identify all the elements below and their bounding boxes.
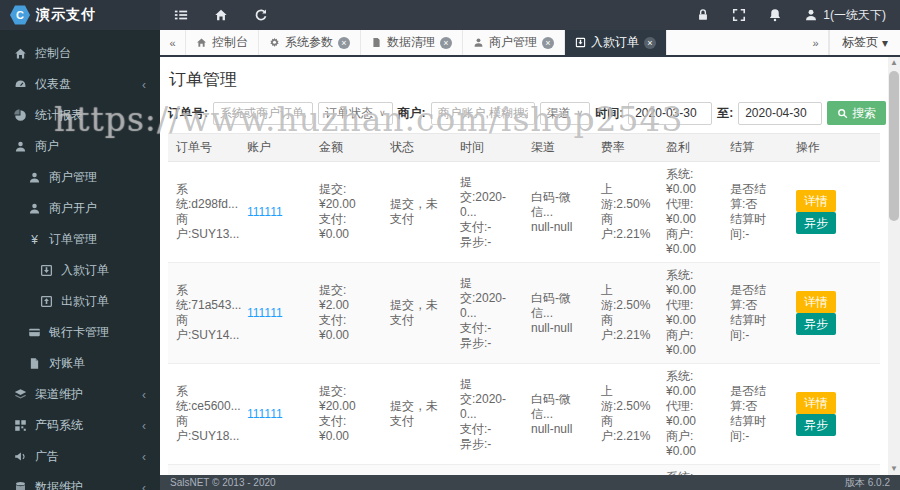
async-button[interactable]: 异步 xyxy=(796,212,836,234)
account-link[interactable]: 111111 xyxy=(247,407,283,421)
sidebar-item-bank-card[interactable]: 银行卡管理 xyxy=(0,317,160,348)
cell-status: 提交，未支付 xyxy=(382,465,452,476)
cell-amount: 提交:¥20.00 支付:¥0.00 xyxy=(311,364,382,465)
rate-merchant-text: 商户:2.21% xyxy=(601,212,650,242)
time-from-input[interactable] xyxy=(628,102,712,125)
account-link[interactable]: 111111 xyxy=(247,205,283,219)
tab-close-icon[interactable]: × xyxy=(338,37,350,49)
cell-order-no: 系统:71a543... 商户:SUY14... xyxy=(168,263,239,364)
account-link[interactable]: 111111 xyxy=(247,306,283,320)
scroll-up-icon[interactable]: ▲ xyxy=(888,57,900,69)
user-menu[interactable]: 1(一统天下) xyxy=(804,7,886,24)
sidebar-item-dashboard[interactable]: 仪表盘 ‹ xyxy=(0,69,160,100)
async-button[interactable]: 异步 xyxy=(796,414,836,436)
tab-system-params[interactable]: 系统参数 × xyxy=(259,30,361,55)
navbar-left-icons xyxy=(160,8,268,22)
cell-profit: 系统:¥0.00 代理:¥0.00 商户:¥0.00 xyxy=(658,162,722,263)
detail-button[interactable]: 详情 xyxy=(796,190,836,212)
sidebar-item-order-manage[interactable]: ¥ 订单管理 xyxy=(0,224,160,255)
profit-agent-text: 代理:¥0.00 xyxy=(666,197,714,227)
merchant-input[interactable] xyxy=(431,102,535,125)
time-pay-text: 支付:- xyxy=(460,321,515,336)
bank-card-icon xyxy=(28,326,41,339)
chevron-left-icon: ‹ xyxy=(142,450,146,464)
fullscreen-icon[interactable] xyxy=(732,8,746,22)
sidebar-item-console[interactable]: 控制台 xyxy=(0,38,160,69)
tab-bar-right: » 标签页 ▾ xyxy=(803,30,900,55)
sidebar-item-statement[interactable]: 对账单 xyxy=(0,348,160,379)
chevron-left-icon: ‹ xyxy=(142,388,146,402)
tab-label: 控制台 xyxy=(212,34,248,51)
order-status-select[interactable]: 订单状态 ∨ xyxy=(318,102,393,125)
cell-profit: 系统:¥0.00 代理:¥0.00 商户:¥0.00 xyxy=(658,263,722,364)
cell-order-no: 系统:d298fd... 商户:SUY13... xyxy=(168,162,239,263)
sidebar-item-incoming-orders[interactable]: 入款订单 xyxy=(0,255,160,286)
tab-console[interactable]: 控制台 xyxy=(186,30,259,55)
tabs-dropdown[interactable]: 标签页 ▾ xyxy=(829,30,900,55)
layers-icon xyxy=(14,388,27,401)
sidebar-item-ads[interactable]: 广告 ‹ xyxy=(0,441,160,472)
sidebar-item-qrcode-system[interactable]: 产码系统 ‹ xyxy=(0,410,160,441)
sidebar-item-merchant[interactable]: 商户 xyxy=(0,131,160,162)
sidebar-toggle-icon[interactable] xyxy=(174,8,188,22)
tab-close-icon[interactable]: × xyxy=(644,37,656,49)
scroll-down-icon[interactable]: ▼ xyxy=(888,463,900,475)
order-table-body: 系统:d298fd... 商户:SUY13... 111111 提交:¥20.0… xyxy=(168,162,880,476)
amount-paid-text: 支付:¥0.00 xyxy=(319,313,374,343)
lock-icon[interactable] xyxy=(696,8,710,22)
footer: SalsNET © 2013 - 2020 版本 6.0.2 xyxy=(160,475,900,490)
sidebar-item-label: 商户管理 xyxy=(49,169,97,186)
tab-close-icon[interactable]: × xyxy=(440,37,452,49)
home-icon[interactable] xyxy=(214,8,228,22)
cell-account: 111111 xyxy=(239,364,311,465)
tabs-scroll-left-icon[interactable]: « xyxy=(160,30,186,55)
document-icon xyxy=(28,357,41,370)
sidebar-item-label: 商户 xyxy=(35,138,59,155)
sidebar-item-data-maintain[interactable]: 数据维护 ‹ xyxy=(0,472,160,490)
sidebar-item-merchant-open[interactable]: 商户开户 xyxy=(0,193,160,224)
channel-name-text: 白码-微信... xyxy=(531,190,585,220)
rate-upstream-text: 上游:2.50% xyxy=(601,384,650,414)
cell-account: 111111 xyxy=(239,263,311,364)
scrollbar-thumb[interactable] xyxy=(889,71,899,221)
channel-select[interactable]: 渠道 ∨ xyxy=(540,102,591,125)
order-mch-text: 商户:SUY18... xyxy=(176,414,231,444)
col-settle: 结算 xyxy=(722,134,788,162)
database-icon xyxy=(14,481,27,490)
tab-data-clean[interactable]: 数据清理 × xyxy=(361,30,463,55)
bell-icon[interactable] xyxy=(768,8,782,22)
sidebar-item-channel-maintain[interactable]: 渠道维护 ‹ xyxy=(0,379,160,410)
sidebar-item-merchant-manage[interactable]: 商户管理 xyxy=(0,162,160,193)
order-status-value: 订单状态 xyxy=(325,105,373,122)
cell-time: 提交:2020-0... 支付:- 异步:- xyxy=(452,162,523,263)
outgoing-order-icon xyxy=(40,295,53,308)
search-button[interactable]: 搜索 xyxy=(827,101,886,125)
top-navbar: C 演示支付 1(一统天下) xyxy=(0,0,900,30)
tab-merchant-manage[interactable]: 商户管理 × xyxy=(463,30,565,55)
sidebar-item-statistics[interactable]: 统计报表 xyxy=(0,100,160,131)
settle-time-text: 结算时间:- xyxy=(730,313,780,343)
order-no-input[interactable] xyxy=(213,102,313,125)
chevron-left-icon: ‹ xyxy=(142,481,146,490)
settle-time-text: 结算时间:- xyxy=(730,414,780,444)
tab-incoming-orders[interactable]: 入款订单 × xyxy=(565,30,667,55)
table-row: 系统:d298fd... 商户:SUY13... 111111 提交:¥20.0… xyxy=(168,162,880,263)
cell-amount: 提交:¥20.00 支付:¥0.00 xyxy=(311,162,382,263)
detail-button[interactable]: 详情 xyxy=(796,291,836,313)
vertical-scrollbar[interactable]: ▲ ▼ xyxy=(888,57,900,475)
col-order-no: 订单号 xyxy=(168,134,239,162)
time-to-input[interactable] xyxy=(738,102,822,125)
search-button-label: 搜索 xyxy=(852,105,876,122)
cell-rate: 上游:2.50% 商户:2.21% xyxy=(593,364,658,465)
detail-button[interactable]: 详情 xyxy=(796,392,836,414)
cell-channel: 白码-微信... null-null xyxy=(523,263,593,364)
async-button[interactable]: 异步 xyxy=(796,313,836,335)
brand-title: 演示支付 xyxy=(36,6,96,24)
table-row: 系统:71a543... 商户:SUY14... 111111 提交:¥2.00… xyxy=(168,263,880,364)
qr-code-icon xyxy=(14,419,27,432)
time-async-text: 异步:- xyxy=(460,235,515,250)
tab-close-icon[interactable]: × xyxy=(542,37,554,49)
tabs-scroll-right-icon[interactable]: » xyxy=(803,30,829,55)
sidebar-item-outgoing-orders[interactable]: 出款订单 xyxy=(0,286,160,317)
refresh-icon[interactable] xyxy=(254,8,268,22)
